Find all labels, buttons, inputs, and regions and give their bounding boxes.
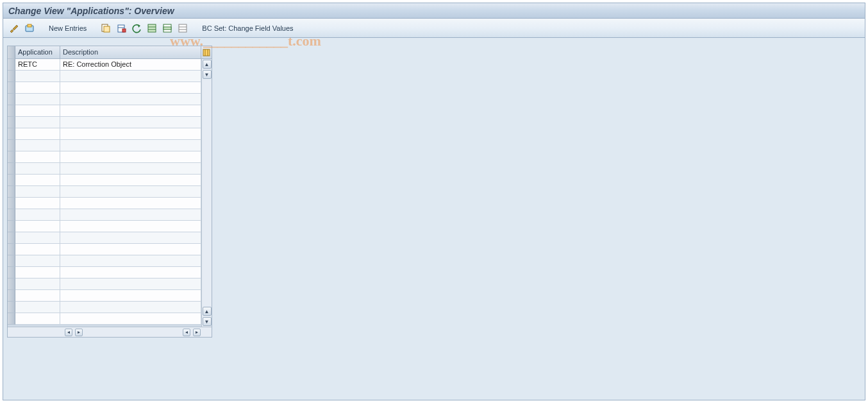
select-block-icon[interactable] — [162, 22, 173, 34]
cell-description[interactable] — [60, 151, 201, 163]
cell-description[interactable] — [60, 198, 201, 209]
row-marker[interactable] — [8, 198, 15, 209]
cell-application[interactable] — [15, 221, 60, 232]
table-row[interactable] — [8, 140, 201, 151]
cell-description[interactable] — [60, 128, 201, 140]
new-entries-button[interactable]: New Entries — [46, 24, 89, 32]
table-settings-icon[interactable] — [201, 46, 212, 59]
cell-application[interactable] — [15, 267, 60, 279]
cell-description[interactable] — [60, 105, 201, 117]
table-row[interactable] — [8, 279, 201, 290]
row-marker[interactable] — [8, 140, 15, 151]
scroll-right-icon[interactable]: ▸ — [193, 329, 201, 336]
row-marker[interactable] — [8, 94, 15, 105]
cell-description[interactable] — [60, 232, 201, 244]
scroll-right-step-icon[interactable]: ▸ — [75, 329, 83, 336]
horizontal-scrollbar[interactable]: ◂ ▸ ◂ ▸ — [8, 327, 212, 337]
delete-icon[interactable] — [115, 22, 127, 34]
undo-change-icon[interactable] — [131, 22, 142, 34]
scroll-up-step-icon[interactable]: ▲ — [203, 307, 212, 316]
table-row[interactable] — [8, 151, 201, 163]
cell-application[interactable] — [15, 175, 60, 186]
table-row[interactable] — [8, 105, 201, 117]
table-row[interactable] — [8, 290, 201, 302]
row-marker[interactable] — [8, 71, 15, 82]
cell-application[interactable] — [15, 313, 60, 325]
cell-description[interactable] — [60, 82, 201, 94]
cell-application[interactable] — [15, 151, 60, 163]
scroll-left-icon[interactable]: ◂ — [65, 329, 72, 336]
copy-as-icon[interactable] — [100, 22, 112, 34]
cell-description[interactable]: RE: Correction Object — [60, 59, 201, 71]
cell-application[interactable] — [15, 255, 60, 267]
cell-description[interactable] — [60, 175, 201, 186]
table-row[interactable] — [8, 313, 201, 325]
table-row[interactable]: RETCRE: Correction Object — [8, 59, 201, 71]
column-header-application[interactable]: Application — [15, 46, 60, 59]
cell-description[interactable] — [60, 302, 201, 313]
cell-application[interactable] — [15, 117, 60, 128]
cell-description[interactable] — [60, 290, 201, 302]
select-all-marker[interactable] — [8, 46, 15, 59]
row-marker[interactable] — [8, 232, 15, 244]
table-row[interactable] — [8, 82, 201, 94]
table-row[interactable] — [8, 94, 201, 105]
select-other-view-icon[interactable] — [24, 22, 35, 34]
cell-application[interactable] — [15, 186, 60, 198]
cell-application[interactable] — [15, 163, 60, 175]
cell-application[interactable] — [15, 290, 60, 302]
vertical-scrollbar[interactable]: ▲ ▼ ▲ ▼ — [201, 59, 212, 327]
row-marker[interactable] — [8, 267, 15, 279]
deselect-all-icon[interactable] — [177, 22, 188, 34]
cell-description[interactable] — [60, 279, 201, 290]
table-row[interactable] — [8, 232, 201, 244]
row-marker[interactable] — [8, 290, 15, 302]
cell-application[interactable] — [15, 209, 60, 221]
row-marker[interactable] — [8, 279, 15, 290]
row-marker[interactable] — [8, 255, 15, 267]
table-row[interactable] — [8, 198, 201, 209]
cell-description[interactable] — [60, 163, 201, 175]
table-row[interactable] — [8, 163, 201, 175]
cell-description[interactable] — [60, 221, 201, 232]
table-row[interactable] — [8, 117, 201, 128]
scroll-left-step-icon[interactable]: ◂ — [183, 329, 190, 336]
table-row[interactable] — [8, 244, 201, 255]
cell-application[interactable] — [15, 302, 60, 313]
row-marker[interactable] — [8, 151, 15, 163]
cell-application[interactable] — [15, 232, 60, 244]
cell-application[interactable] — [15, 105, 60, 117]
table-row[interactable] — [8, 209, 201, 221]
cell-description[interactable] — [60, 244, 201, 255]
row-marker[interactable] — [8, 175, 15, 186]
cell-description[interactable] — [60, 267, 201, 279]
cell-application[interactable] — [15, 71, 60, 82]
table-row[interactable] — [8, 175, 201, 186]
row-marker[interactable] — [8, 186, 15, 198]
row-marker[interactable] — [8, 82, 15, 94]
cell-description[interactable] — [60, 140, 201, 151]
cell-description[interactable] — [60, 71, 201, 82]
table-row[interactable] — [8, 128, 201, 140]
select-all-icon[interactable] — [146, 22, 158, 34]
row-marker[interactable] — [8, 163, 15, 175]
cell-description[interactable] — [60, 313, 201, 325]
table-row[interactable] — [8, 302, 201, 313]
bc-set-button[interactable]: BC Set: Change Field Values — [199, 24, 296, 32]
column-header-description[interactable]: Description — [60, 46, 201, 59]
row-marker[interactable] — [8, 117, 15, 128]
cell-application[interactable]: RETC — [15, 59, 60, 71]
row-marker[interactable] — [8, 209, 15, 221]
cell-application[interactable] — [15, 82, 60, 94]
table-row[interactable] — [8, 186, 201, 198]
cell-description[interactable] — [60, 209, 201, 221]
cell-application[interactable] — [15, 279, 60, 290]
table-row[interactable] — [8, 221, 201, 232]
table-row[interactable] — [8, 267, 201, 279]
cell-description[interactable] — [60, 117, 201, 128]
row-marker[interactable] — [8, 221, 15, 232]
cell-description[interactable] — [60, 186, 201, 198]
cell-application[interactable] — [15, 128, 60, 140]
scroll-up-icon[interactable]: ▲ — [203, 60, 212, 69]
row-marker[interactable] — [8, 59, 15, 71]
